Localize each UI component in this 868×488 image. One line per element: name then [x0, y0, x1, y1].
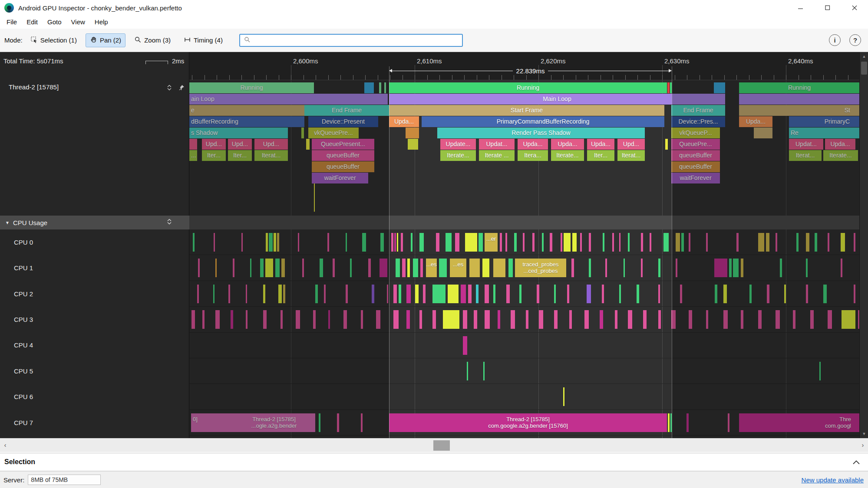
cpu-slice[interactable] — [399, 285, 401, 303]
cpu-slice[interactable] — [741, 259, 743, 277]
cpu-slice[interactable] — [396, 259, 400, 277]
cpu-slice[interactable] — [658, 285, 660, 303]
cpu-slice[interactable] — [686, 413, 689, 432]
cpu-slice[interactable] — [362, 233, 366, 252]
cpu-slice[interactable] — [580, 233, 582, 252]
cpu-slice[interactable] — [554, 310, 558, 329]
cpu-slice[interactable] — [612, 233, 614, 252]
scroll-down-icon[interactable]: ▼ — [860, 430, 868, 437]
collapse-track-icon[interactable] — [165, 83, 174, 92]
cpu-slice[interactable] — [493, 285, 495, 303]
cpu-slice[interactable] — [328, 310, 330, 329]
cpu-slice[interactable] — [670, 413, 672, 432]
cpu-slice[interactable] — [815, 233, 817, 252]
cpu-slice[interactable] — [191, 310, 195, 329]
close-button[interactable] — [841, 0, 868, 16]
cpu-slice[interactable] — [263, 310, 267, 329]
cpu-slice[interactable] — [387, 285, 388, 303]
cpu-slice[interactable] — [784, 285, 786, 303]
cpu-slice[interactable] — [584, 310, 589, 329]
cpu-slice[interactable] — [550, 233, 552, 252]
cpu-slice[interactable] — [506, 285, 510, 303]
cpu-slice[interactable] — [628, 233, 630, 252]
cpu-slice[interactable] — [198, 259, 200, 277]
vertical-scrollbar-thumb[interactable] — [861, 62, 867, 75]
cpu-slice[interactable] — [479, 233, 483, 252]
cpu-slice[interactable] — [806, 285, 808, 303]
cpu-usage-header[interactable]: ▼ CPU Usage — [0, 216, 189, 229]
pin-track-icon[interactable] — [177, 83, 186, 92]
cpu-slice[interactable] — [463, 310, 467, 329]
cpu-slice[interactable] — [215, 259, 217, 277]
cpu-slice[interactable] — [324, 285, 326, 303]
cpu-slice[interactable] — [628, 310, 632, 329]
cpu-slice[interactable] — [615, 310, 617, 329]
cpu-slice[interactable] — [302, 259, 304, 277]
cpu-slice[interactable] — [415, 285, 419, 303]
cpu-slice[interactable] — [854, 285, 855, 303]
cpu-slice[interactable] — [246, 285, 247, 303]
cpu-slice[interactable] — [361, 310, 363, 329]
cpu-slice[interactable] — [406, 310, 410, 329]
cpu-slice[interactable] — [741, 310, 743, 329]
cpu-slice[interactable] — [391, 233, 393, 252]
cpu-slice[interactable] — [337, 413, 339, 432]
cpu-slice[interactable] — [767, 285, 769, 303]
cpu-slice[interactable] — [333, 259, 335, 277]
cpu-slice[interactable] — [283, 285, 285, 303]
cpu-slice[interactable] — [265, 259, 273, 277]
cpu-slice[interactable] — [563, 387, 564, 406]
cpu-slice[interactable] — [567, 285, 569, 303]
cpu-slice[interactable] — [569, 310, 572, 329]
cpu-slice[interactable] — [274, 233, 276, 252]
cpu-slice[interactable] — [641, 259, 643, 277]
cpu-slice[interactable] — [361, 413, 363, 432]
cpu-slice[interactable] — [564, 233, 571, 252]
cpu-slice[interactable] — [723, 310, 728, 329]
cpu-slice[interactable] — [214, 233, 215, 252]
cpu-slice[interactable] — [463, 336, 467, 355]
cpu-slice[interactable] — [637, 285, 639, 303]
search-input[interactable] — [253, 35, 462, 46]
cpu-slice[interactable] — [419, 233, 424, 252]
horizontal-scrollbar[interactable]: ‹ › — [0, 438, 868, 452]
cpu-slice[interactable] — [402, 259, 406, 277]
cpu-slice[interactable] — [296, 310, 300, 329]
cpu-slice[interactable] — [619, 233, 620, 252]
cpu-slice[interactable] — [393, 310, 399, 329]
cpu-slice[interactable] — [728, 413, 729, 432]
cpu-slice[interactable] — [298, 233, 299, 252]
cpu-slice[interactable] — [393, 285, 397, 303]
cpu-slice[interactable] — [281, 259, 285, 277]
cpu-slice[interactable] — [841, 259, 842, 277]
cpu-slice[interactable] — [681, 233, 684, 252]
cpu-slice[interactable]: 0] — [191, 413, 233, 432]
cpu-slice[interactable] — [443, 310, 459, 329]
minimize-button[interactable] — [787, 0, 814, 16]
cpu-slice[interactable] — [641, 233, 643, 252]
cpu-slice[interactable]: ...es — [426, 259, 437, 277]
cpu-slice[interactable] — [723, 285, 727, 303]
cpu-slice[interactable] — [346, 233, 347, 252]
horizontal-scrollbar-thumb[interactable] — [433, 440, 450, 451]
cpu-slice[interactable] — [715, 285, 717, 303]
cpu-slice[interactable] — [589, 233, 591, 252]
cpu-slice[interactable] — [467, 362, 468, 380]
cpu-slice[interactable] — [810, 310, 814, 329]
scroll-left-icon[interactable]: ‹ — [0, 439, 10, 452]
cpu-slice[interactable] — [758, 310, 762, 329]
cpu-slice[interactable] — [505, 233, 507, 252]
cpu-slice[interactable] — [587, 285, 591, 303]
menu-edit[interactable]: Edit — [22, 16, 43, 29]
cpu-slice[interactable] — [511, 310, 515, 329]
help-button[interactable]: ? — [849, 34, 861, 46]
cpu-slice[interactable] — [498, 310, 500, 329]
scroll-up-icon[interactable]: ▲ — [860, 53, 868, 60]
cpu-slice[interactable] — [448, 285, 459, 303]
timing-mode-button[interactable]: Timing (4) — [179, 33, 227, 47]
cpu-slice[interactable] — [193, 233, 195, 252]
cpu-slice[interactable] — [671, 310, 676, 329]
cpu-slice[interactable] — [842, 310, 855, 329]
cpu-slice[interactable] — [542, 233, 544, 252]
cpu-slice[interactable] — [793, 310, 795, 329]
